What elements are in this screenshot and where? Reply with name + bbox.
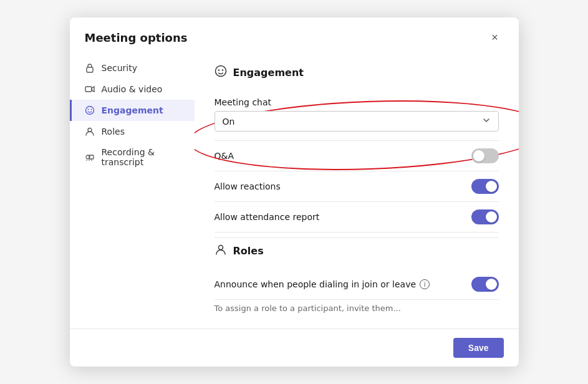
lock-icon bbox=[84, 62, 95, 74]
sidebar-item-recording[interactable]: Recording & transcript bbox=[70, 142, 195, 172]
reactions-toggle[interactable] bbox=[471, 179, 499, 194]
section-divider bbox=[214, 238, 499, 238]
meeting-chat-dropdown[interactable]: On bbox=[214, 111, 499, 132]
meeting-chat-label: Meeting chat bbox=[214, 97, 499, 107]
sidebar-item-label: Security bbox=[102, 63, 138, 73]
person-icon bbox=[84, 126, 95, 137]
attendance-label: Allow attendance report bbox=[214, 212, 320, 222]
main-content: Engagement Meeting chat On Q&A bbox=[195, 52, 519, 329]
attendance-slider bbox=[471, 209, 499, 224]
svg-point-9 bbox=[215, 66, 226, 77]
dialog-title: Meeting options bbox=[85, 31, 188, 44]
sidebar-item-security[interactable]: Security bbox=[70, 57, 195, 79]
svg-point-4 bbox=[90, 109, 92, 110]
chevron-down-icon bbox=[482, 116, 491, 127]
sidebar-item-label: Roles bbox=[102, 127, 125, 137]
save-button[interactable]: Save bbox=[453, 338, 504, 358]
svg-point-11 bbox=[221, 69, 223, 70]
sidebar-item-audio-video[interactable]: Audio & video bbox=[70, 79, 195, 100]
sidebar-item-label: Recording & transcript bbox=[102, 147, 185, 167]
sidebar-item-label: Audio & video bbox=[102, 84, 163, 94]
reactions-label: Allow reactions bbox=[214, 181, 281, 191]
info-icon[interactable]: i bbox=[420, 279, 430, 289]
roles-section-title: Roles bbox=[233, 245, 264, 257]
sidebar-item-label: Engagement bbox=[102, 105, 163, 115]
engagement-section-header: Engagement bbox=[214, 65, 499, 80]
qa-slider bbox=[471, 148, 499, 163]
svg-rect-0 bbox=[87, 67, 93, 72]
announce-dialin-text: Announce when people dialing in join or … bbox=[214, 279, 417, 289]
dialog-body: Security Audio & video bbox=[70, 52, 519, 329]
reactions-slider bbox=[471, 179, 499, 194]
engagement-section-icon bbox=[214, 65, 227, 80]
meeting-chat-value: On bbox=[223, 117, 235, 127]
meeting-chat-setting: Meeting chat On bbox=[214, 91, 499, 141]
svg-point-10 bbox=[218, 69, 219, 70]
engagement-section-title: Engagement bbox=[233, 67, 304, 79]
close-button[interactable]: × bbox=[486, 29, 504, 46]
qa-toggle[interactable] bbox=[471, 148, 499, 163]
announce-dialin-label: Announce when people dialing in join or … bbox=[214, 279, 430, 289]
meeting-options-dialog: Meeting options × Security bbox=[70, 17, 519, 367]
roles-section: Roles Announce when people dialing in jo… bbox=[214, 243, 499, 313]
qa-setting: Q&A bbox=[214, 141, 499, 171]
announce-dialin-slider bbox=[471, 277, 499, 292]
roles-truncated-text: To assign a role to a participant, invit… bbox=[214, 304, 499, 313]
qa-label: Q&A bbox=[214, 151, 234, 161]
record-icon bbox=[84, 151, 95, 163]
camera-icon bbox=[84, 84, 95, 95]
roles-section-icon bbox=[214, 243, 227, 258]
attendance-setting: Allow attendance report bbox=[214, 202, 499, 233]
attendance-toggle[interactable] bbox=[471, 209, 499, 224]
dialog-header: Meeting options × bbox=[70, 17, 519, 52]
svg-point-12 bbox=[218, 246, 223, 250]
sidebar: Security Audio & video bbox=[70, 52, 195, 329]
sidebar-item-roles[interactable]: Roles bbox=[70, 121, 195, 142]
roles-section-header: Roles bbox=[214, 243, 499, 258]
announce-dialin-setting: Announce when people dialing in join or … bbox=[214, 269, 499, 300]
svg-point-3 bbox=[87, 109, 89, 110]
reactions-setting: Allow reactions bbox=[214, 171, 499, 202]
sidebar-item-engagement[interactable]: Engagement bbox=[70, 100, 195, 121]
svg-point-2 bbox=[85, 107, 94, 115]
announce-dialin-toggle[interactable] bbox=[471, 277, 499, 292]
dialog-footer: Save bbox=[70, 329, 519, 367]
emoji-icon bbox=[84, 105, 95, 116]
svg-rect-1 bbox=[85, 87, 92, 92]
